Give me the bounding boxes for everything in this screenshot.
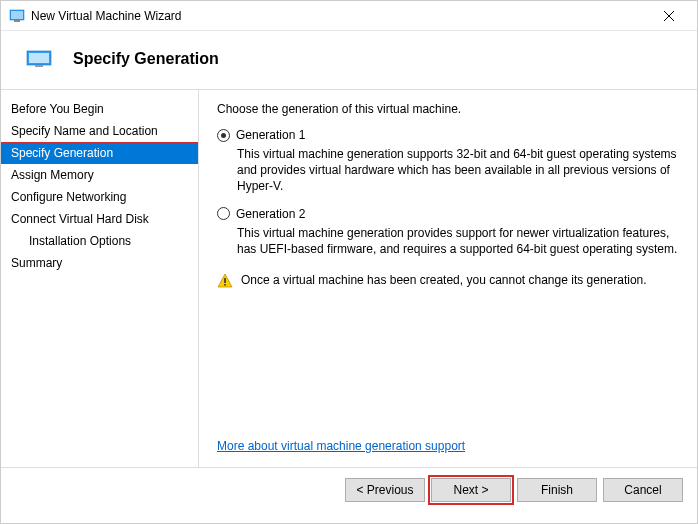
cancel-button[interactable]: Cancel [603,478,683,502]
sidebar-item-connect-virtual-hard-disk[interactable]: Connect Virtual Hard Disk [1,208,198,230]
sidebar-item-assign-memory[interactable]: Assign Memory [1,164,198,186]
svg-rect-1 [11,11,23,19]
radio-label: Generation 2 [236,207,305,221]
sidebar-item-installation-options[interactable]: Installation Options [1,230,198,252]
radio-description: This virtual machine generation supports… [237,146,679,195]
titlebar: New Virtual Machine Wizard [1,1,697,31]
svg-rect-9 [224,278,226,283]
radio-generation-2[interactable] [217,207,230,220]
radio-generation-1[interactable] [217,129,230,142]
sidebar: Before You BeginSpecify Name and Locatio… [1,90,199,467]
more-info-link[interactable]: More about virtual machine generation su… [217,439,679,453]
sidebar-item-specify-generation[interactable]: Specify Generation [1,142,198,164]
finish-button[interactable]: Finish [517,478,597,502]
window-title: New Virtual Machine Wizard [31,9,649,23]
vm-icon [9,8,25,24]
header-vm-icon [25,49,57,69]
instruction-text: Choose the generation of this virtual ma… [217,102,679,116]
radio-row: Generation 2 [217,207,679,221]
previous-button[interactable]: < Previous [345,478,425,502]
wizard-footer: < Previous Next > Finish Cancel [1,467,697,511]
sidebar-item-summary[interactable]: Summary [1,252,198,274]
generation-option-2: Generation 2This virtual machine generat… [217,207,679,257]
sidebar-item-specify-name-and-location[interactable]: Specify Name and Location [1,120,198,142]
warning-text: Once a virtual machine has been created,… [241,273,647,287]
close-button[interactable] [649,2,689,30]
svg-rect-7 [35,65,43,67]
sidebar-item-before-you-begin[interactable]: Before You Begin [1,98,198,120]
radio-label: Generation 1 [236,128,305,142]
wizard-header: Specify Generation [1,31,697,89]
radio-row: Generation 1 [217,128,679,142]
warning-row: Once a virtual machine has been created,… [217,273,679,289]
page-title: Specify Generation [73,50,219,68]
warning-icon [217,273,233,289]
next-button[interactable]: Next > [431,478,511,502]
svg-rect-2 [14,20,20,22]
svg-rect-6 [29,53,49,63]
sidebar-item-configure-networking[interactable]: Configure Networking [1,186,198,208]
wizard-body: Before You BeginSpecify Name and Locatio… [1,89,697,467]
generation-option-1: Generation 1This virtual machine generat… [217,128,679,195]
radio-description: This virtual machine generation provides… [237,225,679,257]
svg-rect-10 [224,284,226,286]
content-panel: Choose the generation of this virtual ma… [199,90,697,467]
close-icon [664,11,674,21]
